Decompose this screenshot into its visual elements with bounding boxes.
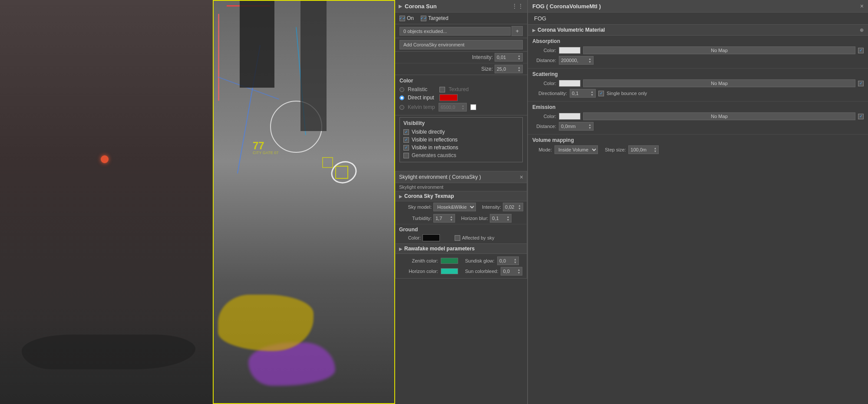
kelvin-spinbox[interactable]: 6500,0 ▲▼	[439, 103, 467, 112]
kelvin-label: Kelvin temp	[408, 104, 435, 110]
direct-input-row: Direct input	[399, 93, 523, 102]
visible-in-refractions-checkbox[interactable]: ✓	[403, 145, 409, 151]
absorption-color-row: Color: No Map ✓	[532, 46, 864, 55]
targeted-checkbox-item[interactable]: ✓ Targeted	[421, 15, 449, 21]
realistic-row: Realistic Textured	[399, 85, 523, 93]
sun-dot	[101, 155, 109, 163]
directionality-spinbox[interactable]: 0,1 ▲▼	[570, 89, 596, 98]
realistic-label: Realistic	[408, 86, 427, 92]
emission-distance-spinbox[interactable]: 0,0mm ▲▼	[559, 122, 594, 131]
volume-mapping-title: Volume mapping	[532, 137, 864, 145]
sky-model-row: Sky model: Hosek&Wilkie Intensity: 0,02 …	[396, 201, 527, 213]
absorption-no-map[interactable]: No Map	[583, 46, 855, 54]
visible-directly-label: Visible directly	[412, 129, 445, 135]
skylight-panel: Skylight environment ( CoronaSky ) × Sky…	[395, 171, 527, 279]
collapse-arrow-icon[interactable]: ▶	[399, 3, 402, 9]
scattering-color-row: Color: No Map ✓	[532, 79, 864, 88]
single-bounce-checkbox[interactable]: ✓	[598, 91, 604, 96]
single-bounce-label: Single bounce only	[607, 91, 647, 96]
scattering-section: Scattering Color: No Map ✓ Directionalit…	[528, 69, 868, 102]
sundisk-glow-spinbox[interactable]: 0,0 ▲▼	[497, 256, 519, 265]
emission-distance-row: Distance: 0,0mm ▲▼	[532, 121, 864, 131]
absorption-color-swatch[interactable]	[559, 47, 581, 54]
add-object-button[interactable]: +	[512, 26, 523, 36]
direct-input-radio[interactable]	[399, 95, 404, 100]
sun-colorbleed-label: Sun colorbleed:	[465, 269, 498, 274]
volumetric-expand-icon[interactable]: ⊕	[860, 27, 864, 33]
visible-in-reflections-label: Visible in reflections	[412, 137, 458, 143]
skylight-title: Skylight environment ( CoronaSky )	[399, 174, 517, 180]
directionality-row: Directionality: 0,1 ▲▼ ✓ Single bounce o…	[532, 88, 864, 99]
absorption-distance-spinbox[interactable]: 200000, ▲▼	[559, 56, 594, 65]
generates-caustics-checkbox[interactable]	[403, 153, 409, 158]
visible-directly-checkbox[interactable]: ✓	[403, 129, 409, 135]
skylight-header: Skylight environment ( CoronaSky ) ×	[396, 171, 527, 183]
kelvin-color-swatch[interactable]	[470, 104, 476, 110]
targeted-checkbox[interactable]: ✓	[421, 16, 426, 21]
on-checkbox-item[interactable]: ✓ On	[399, 15, 414, 21]
fog-close-button[interactable]: ×	[860, 3, 864, 10]
turbidity-row: Turbidity: 1,7 ▲▼ Horizon blur: 0,1 ▲▼	[396, 213, 527, 224]
step-size-spinbox[interactable]: 100,0m ▲▼	[628, 145, 659, 154]
visible-in-reflections-row[interactable]: ✓ Visible in reflections	[403, 136, 519, 144]
corona-sun-panel: ▶ Corona Sun ⋮⋮ ✓ On ✓ Targeted 0 object…	[395, 0, 528, 404]
kelvin-radio[interactable]	[399, 105, 404, 110]
mode-row: Mode: Inside Volume Step size: 100,0m ▲▼	[532, 145, 864, 155]
absorption-color-label: Color:	[532, 48, 556, 53]
textured-checkbox[interactable]	[439, 87, 445, 92]
viewport-panel[interactable]: 77 CITY GATE 07	[213, 0, 395, 404]
scattering-no-map[interactable]: No Map	[583, 79, 855, 87]
scattering-color-label: Color:	[532, 81, 556, 86]
emission-color-label: Color:	[532, 114, 556, 119]
generates-caustics-label: Generates caustics	[412, 152, 456, 158]
skylight-close-button[interactable]: ×	[520, 174, 523, 181]
sky-model-select[interactable]: Hosek&Wilkie	[433, 203, 476, 211]
add-coronasky-button[interactable]: Add CoronaSky environment	[399, 40, 523, 49]
on-targeted-row: ✓ On ✓ Targeted	[395, 13, 527, 24]
size-spinbox[interactable]: 25,0 ▲▼	[495, 65, 523, 73]
visible-in-refractions-row[interactable]: ✓ Visible in refractions	[403, 144, 519, 151]
scattering-title: Scattering	[532, 71, 864, 79]
fog-panel: FOG ( CoronaVolumeMtl ) × ▶ Corona Volum…	[528, 0, 868, 404]
horizon-color-swatch[interactable]	[441, 268, 458, 274]
horizon-blur-spinbox[interactable]: 0,1 ▲▼	[490, 214, 512, 223]
volume-mapping-section: Volume mapping Mode: Inside Volume Step …	[528, 135, 868, 158]
intensity-row: Intensity: 0,01 ▲▼	[395, 52, 527, 63]
emission-title: Emission	[532, 104, 864, 112]
step-size-label: Step size:	[605, 147, 626, 152]
absorption-map-checkbox[interactable]: ✓	[858, 48, 864, 53]
emission-distance-label: Distance:	[532, 124, 556, 129]
realistic-radio[interactable]	[399, 87, 404, 92]
volumetric-header: ▶ Corona Volumetric Material ⊕	[528, 25, 868, 36]
generates-caustics-row[interactable]: Generates caustics	[403, 151, 519, 159]
sky-intensity-spinbox[interactable]: 0,02 ▲▼	[503, 203, 523, 211]
horizon-blur-label: Horizon blur:	[461, 216, 488, 221]
fog-name-input[interactable]	[532, 14, 619, 23]
intensity-spinbox[interactable]: 0,01 ▲▼	[495, 53, 523, 62]
scattering-color-swatch[interactable]	[559, 80, 581, 87]
ground-color-swatch[interactable]	[422, 234, 440, 241]
scattering-map-checkbox[interactable]: ✓	[858, 81, 864, 86]
turbidity-spinbox[interactable]: 1,7 ▲▼	[433, 214, 455, 223]
affected-by-sky-checkbox[interactable]	[455, 235, 460, 241]
sundisk-glow-label: Sundisk glow:	[465, 258, 495, 263]
mode-select[interactable]: Inside Volume	[554, 145, 598, 154]
absorption-section: Absorption Color: No Map ✓ Distance: 200…	[528, 36, 868, 69]
emission-color-swatch[interactable]	[559, 113, 581, 120]
size-row: Size: 25,0 ▲▼	[395, 63, 527, 75]
color-swatch-red[interactable]	[439, 94, 458, 101]
zenith-color-swatch[interactable]	[441, 258, 458, 264]
exclude-button[interactable]: 0 objects excluded...	[399, 27, 511, 36]
emission-color-row: Color: No Map ✓	[532, 112, 864, 121]
sun-colorbleed-spinbox[interactable]: 0,0 ▲▼	[501, 267, 522, 276]
visible-directly-row[interactable]: ✓ Visible directly	[403, 128, 519, 136]
dots-icon: ⋮⋮	[512, 3, 524, 10]
absorption-title: Absorption	[532, 38, 864, 46]
visible-in-reflections-checkbox[interactable]: ✓	[403, 137, 409, 143]
fog-title: FOG ( CoronaVolumeMtl )	[532, 3, 858, 10]
emission-no-map[interactable]: No Map	[583, 112, 855, 120]
emission-map-checkbox[interactable]: ✓	[858, 114, 864, 119]
targeted-label: Targeted	[428, 15, 449, 21]
on-checkbox[interactable]: ✓	[399, 16, 405, 21]
horizon-color-label: Horizon color:	[399, 269, 438, 274]
